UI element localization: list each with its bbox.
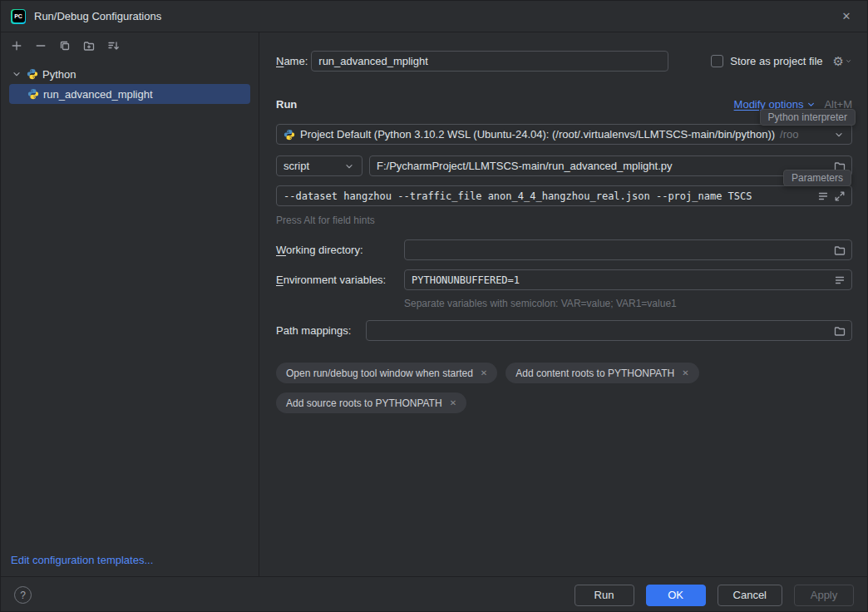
option-chip-open-run-tool-window: Open run/debug tool window when started … xyxy=(276,363,497,383)
remove-option-icon[interactable]: ✕ xyxy=(450,398,456,407)
tree-group-python[interactable]: Python xyxy=(1,64,259,84)
remove-option-icon[interactable]: ✕ xyxy=(481,368,487,378)
name-field-wrap xyxy=(311,51,668,72)
python-icon xyxy=(27,88,39,100)
configurations-sidebar: Python run_advanced_mplight Edit configu… xyxy=(1,32,259,576)
gear-icon: ⚙ xyxy=(833,55,844,67)
tree-group-label: Python xyxy=(42,68,76,81)
remove-configuration-button[interactable] xyxy=(33,38,48,53)
expand-field-icon[interactable] xyxy=(831,188,847,204)
environment-variables-input[interactable] xyxy=(405,270,831,289)
question-mark-icon: ? xyxy=(20,590,26,601)
browse-folder-icon[interactable] xyxy=(831,242,847,258)
option-chip-add-source-roots: Add source roots to PYTHONPATH ✕ xyxy=(276,392,466,413)
script-path-input[interactable] xyxy=(370,156,831,175)
configurations-tree: Python run_advanced_mplight xyxy=(1,59,259,104)
environment-variables-hint: Separate variables with semicolon: VAR=v… xyxy=(404,298,852,309)
environment-variables-field-wrap xyxy=(404,269,852,290)
help-button[interactable]: ? xyxy=(14,586,32,604)
chevron-down-icon xyxy=(11,68,22,80)
run-button[interactable]: Run xyxy=(575,585,634,606)
remove-option-icon[interactable]: ✕ xyxy=(682,368,688,378)
chip-label: Open run/debug tool window when started xyxy=(286,368,473,379)
parameters-field-wrap xyxy=(276,185,852,206)
interpreter-path-suffix: /roo xyxy=(780,128,798,141)
environment-variables-label: Environment variables: xyxy=(276,274,404,286)
chevron-down-icon xyxy=(845,57,852,65)
option-chip-add-content-roots: Add content roots to PYTHONPATH ✕ xyxy=(506,363,698,383)
copy-configuration-button[interactable] xyxy=(57,38,72,53)
field-hints-text: Press Alt for field hints xyxy=(276,215,852,226)
interpreter-value: Project Default (Python 3.10.2 WSL (Ubun… xyxy=(300,128,775,141)
dialog-titlebar: PC Run/Debug Configurations ✕ xyxy=(1,1,867,32)
working-directory-field-wrap xyxy=(404,239,852,260)
script-path-field-wrap xyxy=(369,155,852,176)
close-icon[interactable]: ✕ xyxy=(836,6,857,27)
name-label: Name: xyxy=(276,55,308,67)
parameters-input[interactable] xyxy=(277,186,814,205)
new-folder-button[interactable] xyxy=(81,38,96,53)
target-type-select[interactable]: script xyxy=(276,155,362,176)
dialog-footer: ? Run OK Cancel Apply xyxy=(1,576,867,612)
store-as-project-file-group: Store as project file ⚙ xyxy=(711,55,852,67)
chevron-down-icon xyxy=(833,129,845,141)
store-as-project-file-label: Store as project file xyxy=(730,55,822,67)
ok-button[interactable]: OK xyxy=(646,585,706,606)
tree-item-label: run_advanced_mplight xyxy=(43,88,153,101)
store-settings-button[interactable]: ⚙ xyxy=(833,55,852,67)
browse-folder-icon[interactable] xyxy=(831,323,847,338)
add-configuration-button[interactable] xyxy=(9,38,24,53)
edit-as-list-icon[interactable] xyxy=(815,188,831,204)
tree-item-run-advanced-mplight[interactable]: run_advanced_mplight xyxy=(9,84,250,104)
chip-label: Add source roots to PYTHONPATH xyxy=(286,397,442,409)
dialog-title: Run/Debug Configurations xyxy=(34,10,161,22)
pycharm-logo-text: PC xyxy=(12,10,25,22)
name-input[interactable] xyxy=(312,52,663,71)
python-interpreter-select[interactable]: Project Default (Python 3.10.2 WSL (Ubun… xyxy=(276,124,852,145)
path-mappings-field-wrap xyxy=(366,320,852,341)
cancel-button[interactable]: Cancel xyxy=(718,585,782,606)
edit-configuration-templates-link[interactable]: Edit configuration templates... xyxy=(11,554,153,566)
run-section-title: Run xyxy=(276,98,297,111)
sidebar-toolbar xyxy=(1,32,259,59)
parameters-tooltip: Parameters xyxy=(783,170,851,186)
python-icon xyxy=(284,129,295,141)
target-type-value: script xyxy=(284,160,309,172)
chevron-down-icon xyxy=(343,160,355,172)
python-icon xyxy=(27,68,38,80)
store-as-project-file-checkbox[interactable] xyxy=(711,55,723,67)
working-directory-label: Working directory: xyxy=(276,244,404,256)
working-directory-input[interactable] xyxy=(405,240,831,259)
chip-label: Add content roots to PYTHONPATH xyxy=(515,368,674,379)
path-mappings-label: Path mappings: xyxy=(276,324,366,337)
pycharm-logo-icon: PC xyxy=(11,9,26,24)
sort-configurations-button[interactable] xyxy=(106,38,121,53)
apply-button: Apply xyxy=(794,585,854,606)
python-interpreter-tooltip: Python interpreter xyxy=(760,109,856,126)
edit-as-list-icon[interactable] xyxy=(831,272,847,288)
run-debug-configurations-dialog: PC Run/Debug Configurations ✕ xyxy=(0,0,868,612)
path-mappings-input[interactable] xyxy=(367,321,831,340)
